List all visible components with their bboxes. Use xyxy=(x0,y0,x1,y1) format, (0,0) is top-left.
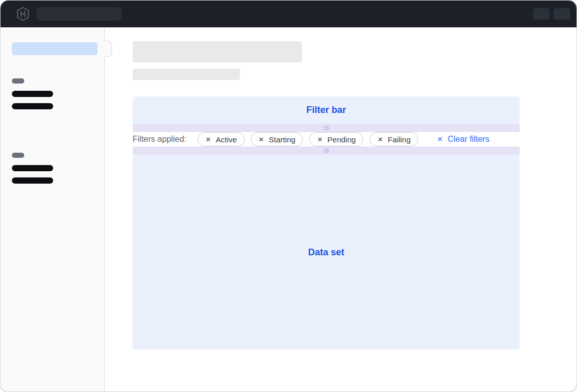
sidebar-section-label-placeholder xyxy=(12,153,24,158)
spacing-value: 16 xyxy=(323,146,329,155)
nav-action-button-1[interactable] xyxy=(533,8,550,20)
clear-filters-link[interactable]: ✕ Clear filters xyxy=(437,135,489,144)
sidebar xyxy=(1,27,105,391)
app-window: Filter bar 16 Filters applied: ✕ Active … xyxy=(0,0,577,392)
hashicorp-logo-icon xyxy=(16,7,30,21)
page-subtitle-placeholder xyxy=(133,69,240,80)
filter-tag-active[interactable]: ✕ Active xyxy=(198,132,245,146)
applied-filters-row: Filters applied: ✕ Active ✕ Starting ✕ P… xyxy=(133,132,520,146)
data-set-region-label: Data set xyxy=(308,247,344,258)
filter-tag-label: Failing xyxy=(388,135,410,144)
spacing-value: 16 xyxy=(323,124,329,132)
page-title-placeholder xyxy=(133,41,302,62)
filter-bar-region: Filter bar xyxy=(133,96,520,124)
dismiss-icon[interactable]: ✕ xyxy=(205,136,211,143)
dismiss-icon[interactable]: ✕ xyxy=(317,136,323,143)
clear-filters-icon[interactable]: ✕ xyxy=(437,135,443,143)
nav-action-button-2[interactable] xyxy=(554,8,570,20)
sidebar-nav-item-placeholder[interactable] xyxy=(12,91,53,97)
nav-search-placeholder[interactable] xyxy=(37,7,122,21)
spacing-annotation-bottom: 16 xyxy=(133,146,520,155)
dismiss-icon[interactable]: ✕ xyxy=(377,136,383,143)
dismiss-icon[interactable]: ✕ xyxy=(259,136,264,143)
sidebar-active-nav-item[interactable] xyxy=(12,42,98,55)
filter-tag-pending[interactable]: ✕ Pending xyxy=(309,132,363,146)
spacing-annotation-top: 16 xyxy=(133,124,520,132)
filters-applied-label: Filters applied: xyxy=(133,135,186,144)
data-set-region: Data set xyxy=(133,155,520,350)
clear-filters-label: Clear filters xyxy=(447,135,489,144)
filter-tag-failing[interactable]: ✕ Failing xyxy=(370,132,418,146)
sidebar-nav-item-placeholder[interactable] xyxy=(12,177,53,184)
filter-tag-label: Pending xyxy=(327,135,356,144)
sidebar-nav-item-placeholder[interactable] xyxy=(12,103,53,109)
sidebar-section-label-placeholder xyxy=(12,78,24,84)
sidebar-toggle-handle[interactable] xyxy=(104,41,112,57)
filter-bar-region-label: Filter bar xyxy=(306,105,346,116)
filter-tag-label: Starting xyxy=(269,135,296,144)
top-nav-bar xyxy=(1,1,576,27)
filter-tag-label: Active xyxy=(216,135,237,144)
filter-tag-starting[interactable]: ✕ Starting xyxy=(251,132,303,146)
sidebar-nav-item-placeholder[interactable] xyxy=(12,165,53,171)
